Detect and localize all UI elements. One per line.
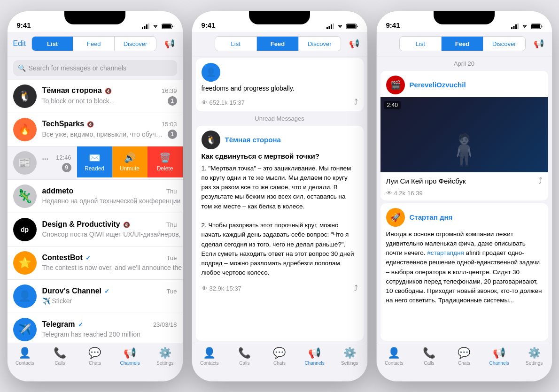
video-person-figure: 🧍 — [445, 132, 483, 168]
share-icon-main[interactable]: ⤴ — [354, 284, 358, 293]
broadcast-icon-3[interactable]: 📢 — [531, 36, 546, 51]
seg-list-1[interactable]: List — [32, 37, 73, 51]
tab-chats-1[interactable]: 💬 Chats — [78, 347, 113, 366]
svg-point-18 — [524, 27, 525, 28]
chat-content-design: Design & Productivity 🔇 Thu Спонсор пост… — [42, 220, 177, 238]
share-icon-freedoms[interactable]: ⤴ — [354, 98, 358, 108]
chat-preview-contestbot: The contest is now over, and we'll annou… — [42, 264, 183, 271]
segmented-control-3: List Feed Discover — [399, 36, 526, 51]
avatar-freedoms: 👤 — [202, 63, 220, 82]
seg-discover-2[interactable]: Discover — [299, 37, 340, 51]
chat-time-durov: Tue — [167, 288, 177, 295]
chat-item-dark-side[interactable]: 🐧 Тёмная сторона 🔇 16:39 To block or not… — [8, 80, 183, 113]
avatar-design: dp — [13, 218, 37, 241]
tab-label-settings-1: Settings — [156, 361, 173, 366]
tab-channels-3[interactable]: 📢 Channels — [481, 347, 517, 366]
wifi-icon-3 — [521, 23, 528, 29]
channel-name-startup: Стартап дня — [410, 213, 453, 221]
time-freedoms: 15:37 — [230, 99, 245, 106]
svg-rect-9 — [331, 24, 332, 29]
seg-list-3[interactable]: List — [400, 37, 442, 51]
settings-icon-2: ⚙️ — [343, 347, 356, 359]
tab-channels-2[interactable]: 📢 Channels — [297, 347, 332, 366]
swipe-unmute-btn[interactable]: 🔊 Unmute — [112, 146, 148, 177]
search-input-1[interactable]: 🔍 Search for messages or channels — [13, 60, 177, 76]
edit-button[interactable]: Edit — [13, 39, 26, 48]
tab-chats-2[interactable]: 💬 Chats — [262, 347, 297, 366]
tab-settings-3[interactable]: ⚙️ Settings — [517, 347, 552, 366]
tab-label-chats-2: Chats — [273, 361, 286, 366]
chat-header-swipe: ... 12:46 — [42, 153, 71, 161]
swipe-readed-btn[interactable]: ✉️ Readed — [77, 146, 112, 177]
tab-channels-1[interactable]: 📢 Channels — [112, 347, 148, 366]
post-header-freedoms: 👤 — [196, 58, 364, 85]
tab-calls-2[interactable]: 📞 Calls — [227, 347, 262, 366]
unread-label: Unread Messages — [255, 115, 304, 122]
chat-item-design[interactable]: dp Design & Productivity 🔇 Thu Спонсор п… — [8, 213, 183, 246]
chat-list-1: 🐧 Тёмная сторона 🔇 16:39 To block or not… — [8, 80, 183, 343]
chat-item-durov[interactable]: 👤 Durov's Channel ✓ Tue ✈️ Sticker — [8, 280, 183, 313]
chat-header-telegram: Telegram ✓ 23/03/18 — [42, 320, 177, 329]
broadcast-icon-2[interactable]: 📢 — [347, 36, 362, 51]
video-thumbnail[interactable]: 2:40 ▶ 🧍 — [380, 97, 548, 172]
svg-rect-6 — [162, 24, 171, 28]
post-title-main: Как сдвинуться с мертвой точки? — [196, 152, 364, 164]
chat-swipe-inner: ... 12:46 9 — [42, 153, 71, 172]
tab-contacts-3[interactable]: 👤 Contacts — [377, 347, 412, 366]
svg-rect-8 — [328, 26, 330, 29]
tab-contacts-2[interactable]: 👤 Contacts — [192, 347, 227, 366]
chats-icon-1: 💬 — [88, 347, 101, 359]
chat-content-telegram: Telegram ✓ 23/03/18 Telegram has reached… — [42, 320, 177, 338]
video-duration: 2:40 — [384, 101, 401, 109]
video-post-footer: Луи Си Кей про Фейсбук ⤴ — [380, 172, 548, 190]
seg-discover-1[interactable]: Discover — [115, 37, 155, 51]
chat-content-dark-side: Тёмная сторона 🔇 16:39 To block or not t… — [42, 86, 177, 106]
swipe-actions: ✉️ Readed 🔊 Unmute 🗑️ Delete — [77, 146, 183, 177]
chat-preview-design: Спонсор поста QIWI ищет UX/UI-дизайнеров… — [42, 231, 183, 238]
tab-calls-1[interactable]: 📞 Calls — [42, 347, 78, 366]
svg-rect-2 — [146, 24, 148, 29]
chat-name-techsparks: TechSparks 🔇 — [42, 120, 94, 128]
chat-time-addmeto: Thu — [166, 188, 177, 195]
seg-feed-2[interactable]: Feed — [257, 37, 299, 51]
share-icon-video[interactable]: ⤴ — [538, 176, 543, 186]
avatar-startup: 🚀 — [386, 208, 405, 227]
avatar-video-post: 🎬 — [386, 76, 405, 94]
chat-item-techsparks[interactable]: 🔥 TechSparks 🔇 15:03 Все уже, видимо, пр… — [8, 113, 183, 146]
tab-bar-1: 👤 Contacts 📞 Calls 💬 Chats 📢 Channels ⚙️… — [8, 343, 183, 381]
chat-time-design: Thu — [166, 221, 177, 228]
channels-icon-1: 📢 — [124, 347, 136, 359]
segmented-control-2: List Feed Discover — [215, 36, 341, 51]
avatar-dark-side: 🐧 — [13, 85, 37, 108]
signal-icon-2 — [326, 23, 334, 29]
chat-swipe-content[interactable]: 📰 ... 12:46 9 — [8, 146, 77, 179]
chat-time-dark-side: 16:39 — [162, 87, 177, 94]
seg-feed-3[interactable]: Feed — [442, 37, 483, 51]
chat-item-telegram[interactable]: ✈️ Telegram ✓ 23/03/18 Telegram has reac… — [8, 313, 183, 343]
hashtag-startup: #стартапдня — [427, 249, 464, 256]
wifi-icon-2 — [336, 23, 344, 29]
time-main: 15:37 — [226, 285, 241, 292]
tab-settings-1[interactable]: ⚙️ Settings — [148, 347, 183, 366]
settings-icon-1: ⚙️ — [159, 347, 171, 359]
chat-item-contestbot[interactable]: ⭐ ContestBot ✓ Tue The contest is now ov… — [8, 246, 183, 280]
seg-list-2[interactable]: List — [215, 37, 257, 51]
chat-name-design: Design & Productivity 🔇 — [42, 220, 131, 229]
tab-chats-3[interactable]: 💬 Chats — [447, 347, 482, 366]
channel-name-main: Тёмная сторона — [225, 136, 281, 144]
broadcast-icon-1[interactable]: 📢 — [162, 36, 177, 51]
tab-calls-3[interactable]: 📞 Calls — [411, 347, 447, 366]
tab-label-contacts-1: Contacts — [16, 361, 34, 366]
swipe-delete-btn[interactable]: 🗑️ Delete — [148, 146, 183, 177]
chat-item-addmeto[interactable]: 🦎 addmeto Thu Недавно на одной техническ… — [8, 180, 183, 213]
seg-feed-1[interactable]: Feed — [73, 37, 115, 51]
seg-discover-3[interactable]: Discover — [483, 37, 525, 51]
notch-1 — [64, 11, 125, 24]
unread-divider: Unread Messages — [192, 112, 367, 125]
chat-preview-dark-side: To block or not to block... — [42, 97, 115, 105]
calls-icon-1: 📞 — [54, 347, 66, 359]
views-count-freedoms: 652.1k — [210, 99, 228, 106]
tab-settings-2[interactable]: ⚙️ Settings — [332, 347, 367, 366]
tab-contacts-1[interactable]: 👤 Contacts — [8, 347, 43, 366]
delete-icon: 🗑️ — [159, 152, 171, 163]
